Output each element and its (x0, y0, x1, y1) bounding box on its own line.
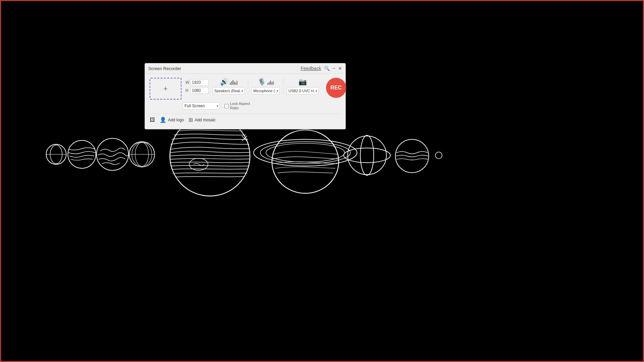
svg-line-20 (242, 136, 247, 141)
window-body: + W H 🔊 (145, 74, 345, 129)
speakers-top: 🔊 (220, 78, 237, 86)
svg-point-4 (97, 138, 128, 170)
height-label: H (185, 88, 189, 93)
title-bar: Screen Recorder Feedback 🔍 − ✕ (145, 63, 345, 74)
webcam-top: 📷 (299, 78, 307, 86)
microphone-dropdown[interactable]: Microphone (... (252, 87, 280, 95)
add-logo-label: Add logo (168, 118, 184, 122)
svg-point-18 (395, 139, 429, 173)
rec-button[interactable]: REC (326, 78, 346, 98)
svg-point-14 (266, 143, 345, 162)
vol-bar-4 (234, 81, 235, 85)
svg-point-1 (50, 145, 62, 164)
svg-line-21 (242, 136, 247, 141)
vol-bar-6 (236, 81, 237, 85)
title-bar-controls: Feedback 🔍 − ✕ (301, 65, 342, 71)
microphone-dropdown-wrap: Microphone (... (252, 87, 280, 95)
svg-point-6 (132, 142, 152, 167)
lock-aspect-checkbox[interactable] (224, 104, 229, 108)
preset-dropdown[interactable]: Full Screen Custom 1280x720 644x362 (183, 102, 220, 110)
vol-bar-2 (231, 81, 232, 85)
lock-aspect-ratio: Lock AspectRatio (224, 102, 250, 110)
svg-point-19 (435, 152, 442, 159)
volume-bars (230, 79, 237, 85)
svg-point-5 (129, 142, 155, 167)
svg-point-17 (344, 148, 390, 163)
mic-bar-3 (270, 80, 271, 85)
recorder-window: Screen Recorder Feedback 🔍 − ✕ + W H (145, 63, 346, 129)
add-mosaic-tool[interactable]: ⊞ Add mosaic (189, 117, 216, 123)
webcam-icon: 📷 (299, 78, 307, 86)
mic-bar-5 (273, 81, 274, 85)
add-mosaic-icon: ⊞ (189, 117, 193, 123)
mic-volume-bars (267, 79, 274, 85)
screenshot-icon: 🖼 (150, 117, 155, 123)
add-logo-icon: 👤 (160, 117, 166, 123)
height-row: H (185, 87, 209, 94)
svg-point-16 (360, 135, 374, 175)
close-button[interactable]: ✕ (338, 66, 342, 71)
mic-bar-2 (269, 82, 270, 85)
svg-point-3 (68, 140, 96, 169)
width-label: W (185, 80, 189, 85)
capture-area-selector[interactable]: + (150, 78, 181, 100)
add-mosaic-label: Add mosaic (195, 118, 216, 122)
mic-bar-1 (267, 83, 268, 85)
screenshot-tool[interactable]: 🖼 (150, 117, 155, 123)
size-controls: W H (185, 78, 209, 94)
preset-row: Full Screen Custom 1280x720 644x362 Lo… (150, 102, 341, 110)
lock-aspect-label: Lock AspectRatio (230, 102, 250, 110)
width-row: W (185, 79, 209, 86)
microphone-icon: 🎙️ (258, 78, 266, 86)
svg-point-10 (189, 158, 208, 170)
search-icon[interactable]: 🔍 (324, 66, 330, 71)
audio-separator-1 (248, 78, 248, 95)
tools-row: 🖼 👤 Add logo ⊞ Add mosaic (150, 114, 341, 124)
width-input[interactable] (190, 79, 209, 86)
top-row: + W H 🔊 (150, 78, 341, 100)
preset-dropdown-wrap: Full Screen Custom 1280x720 644x362 (183, 102, 220, 110)
vol-bar-5 (235, 82, 236, 85)
vol-bar-1 (230, 83, 231, 85)
capture-area-plus: + (163, 84, 168, 93)
speakers-device: 🔊 Speakers (Real... (213, 78, 245, 95)
webcam-device: 📷 USB2.0 UVC H... (287, 78, 319, 95)
speakers-dropdown[interactable]: Speakers (Real... (213, 87, 245, 95)
audio-controls: 🔊 Speakers (Real... (213, 78, 319, 95)
svg-point-11 (272, 130, 339, 193)
microphone-top: 🎙️ (258, 78, 274, 86)
svg-point-0 (46, 144, 66, 165)
svg-point-12 (254, 139, 357, 166)
svg-point-7 (135, 142, 149, 167)
add-logo-tool[interactable]: 👤 Add logo (160, 117, 184, 123)
speaker-icon: 🔊 (220, 78, 228, 86)
window-title: Screen Recorder (148, 66, 181, 71)
vol-bar-3 (232, 80, 233, 85)
audio-separator-2 (283, 78, 283, 95)
mic-bar-4 (271, 82, 272, 85)
speakers-dropdown-wrap: Speakers (Real... (213, 87, 245, 95)
webcam-dropdown-wrap: USB2.0 UVC H... (287, 87, 319, 95)
feedback-link[interactable]: Feedback (301, 66, 321, 71)
svg-point-13 (260, 142, 351, 164)
minimize-button[interactable]: − (332, 65, 335, 71)
height-input[interactable] (190, 87, 209, 94)
webcam-dropdown[interactable]: USB2.0 UVC H... (287, 87, 319, 95)
microphone-device: 🎙️ Microphone (... (252, 78, 280, 95)
svg-point-15 (348, 136, 386, 175)
